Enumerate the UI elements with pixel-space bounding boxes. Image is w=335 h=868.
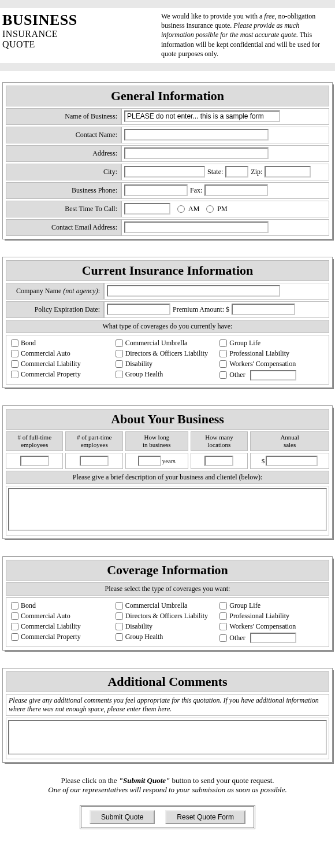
business-phone-input[interactable]: [124, 184, 188, 196]
city-input[interactable]: [124, 166, 205, 178]
wanted-coverage-item[interactable]: Bond: [11, 601, 116, 610]
address-input[interactable]: [124, 147, 269, 159]
current-coverage-item[interactable]: Group Health: [116, 370, 220, 379]
current-coverage-label: Bond: [21, 339, 36, 348]
pm-radio[interactable]: [206, 205, 214, 213]
current-coverage-checkbox[interactable]: [219, 339, 227, 347]
current-coverage-label: Commercial Umbrella: [125, 339, 188, 348]
wanted-coverage-checkbox[interactable]: [219, 602, 227, 610]
wanted-coverage-label: Commercial Property: [21, 633, 81, 641]
current-sub: What type of coverages do you currently …: [6, 320, 329, 333]
wanted-coverage-label: Group Health: [125, 633, 163, 641]
wanted-coverage-checkbox[interactable]: [219, 623, 227, 630]
label-policy-exp: Policy Expiration Date:: [6, 301, 104, 318]
current-coverage-label: Disability: [125, 360, 152, 368]
wanted-coverage-item[interactable]: Commercial Liability: [11, 622, 116, 631]
label-name-of-business: Name of Business:: [6, 108, 121, 125]
title-line-1: BUSINESS: [2, 12, 150, 29]
current-coverage-checkbox[interactable]: [116, 350, 123, 357]
wanted-coverage-checkbox[interactable]: [116, 602, 123, 610]
current-coverage-item[interactable]: Commercial Property: [11, 370, 116, 379]
current-coverage-checkbox[interactable]: [219, 350, 227, 357]
policy-exp-input[interactable]: [107, 304, 170, 315]
contact-name-input[interactable]: [124, 129, 269, 141]
wanted-coverage-checkbox[interactable]: [11, 623, 18, 630]
full-employees-input[interactable]: [20, 456, 49, 466]
company-name-input[interactable]: [107, 285, 280, 297]
wanted-coverage-label: Commercial Auto: [21, 612, 70, 620]
h-locations: How manylocations: [191, 431, 248, 451]
current-coverage-checkbox[interactable]: [116, 360, 123, 368]
label-contact-name: Contact Name:: [6, 127, 121, 143]
wanted-coverage-checkbox[interactable]: [116, 633, 123, 641]
am-radio[interactable]: [177, 205, 185, 213]
submit-quote-button[interactable]: Submit Quote: [90, 810, 155, 824]
sales-input[interactable]: [266, 456, 318, 466]
comments-textarea[interactable]: [8, 720, 327, 755]
coverage-sub: Please select the type of coverages you …: [6, 582, 329, 596]
wanted-coverage-checkbox[interactable]: [11, 633, 18, 641]
current-coverage-checkbox[interactable]: [11, 360, 18, 368]
label-company-name: Company Name (not agency):: [6, 283, 104, 300]
current-coverage-item[interactable]: Bond: [11, 339, 116, 348]
label-city: City:: [6, 164, 121, 180]
current-coverage-checkbox[interactable]: [11, 350, 18, 357]
zip-input[interactable]: [265, 166, 311, 178]
current-coverage-checkbox[interactable]: [11, 339, 18, 347]
wanted-coverage-label: Group Life: [229, 601, 260, 610]
current-section: Current Insurance Information Company Na…: [3, 257, 332, 387]
current-coverage-item[interactable]: Disability: [116, 360, 220, 368]
wanted-coverage-item[interactable]: Other: [219, 633, 324, 643]
fax-input[interactable]: [204, 184, 268, 196]
name-of-business-input[interactable]: [124, 110, 280, 122]
wanted-coverage-item[interactable]: Directors & Officers Liability: [116, 612, 220, 620]
locations-input[interactable]: [204, 456, 233, 466]
h-howlong: How longin business: [125, 431, 188, 451]
premium-input[interactable]: [232, 304, 295, 315]
current-coverage-label: Group Health: [125, 370, 163, 379]
current-coverage-item[interactable]: Professional Liability: [219, 349, 324, 358]
current-coverage-checkbox[interactable]: [219, 371, 227, 379]
current-coverage-item[interactable]: Group Life: [219, 339, 324, 348]
wanted-coverage-other-input[interactable]: [250, 633, 296, 643]
business-desc-textarea[interactable]: [8, 488, 327, 531]
current-coverage-item[interactable]: Workers' Compensation: [219, 360, 324, 368]
wanted-coverage-checkbox[interactable]: [116, 623, 123, 630]
wanted-coverage-item[interactable]: Disability: [116, 622, 220, 631]
current-coverage-item[interactable]: Directors & Officers Liability: [116, 349, 220, 358]
current-coverage-checkbox[interactable]: [11, 371, 18, 378]
current-coverage-item[interactable]: Other: [219, 370, 324, 381]
best-time-input[interactable]: [124, 203, 170, 215]
wanted-coverage-item[interactable]: Workers' Compensation: [219, 622, 324, 631]
wanted-coverage-checkbox[interactable]: [116, 612, 123, 620]
current-coverage-item[interactable]: Commercial Auto: [11, 349, 116, 358]
wanted-coverage-checkbox[interactable]: [219, 634, 227, 642]
wanted-coverage-item[interactable]: Commercial Auto: [11, 612, 116, 620]
wanted-coverage-item[interactable]: Group Health: [116, 633, 220, 641]
wanted-coverage-item[interactable]: Commercial Property: [11, 633, 116, 641]
current-coverage-label: Other: [229, 371, 245, 379]
wanted-coverage-item[interactable]: Commercial Umbrella: [116, 601, 220, 610]
state-input[interactable]: [225, 166, 248, 178]
wanted-coverage-item[interactable]: Group Life: [219, 601, 324, 610]
label-fax: Fax:: [190, 186, 202, 195]
current-coverage-checkbox[interactable]: [219, 360, 227, 368]
current-coverage-label: Commercial Property: [21, 370, 81, 379]
about-heading: About Your Business: [6, 409, 329, 430]
current-coverage-checkbox[interactable]: [116, 339, 123, 347]
part-employees-input[interactable]: [80, 456, 109, 466]
current-coverage-checkbox[interactable]: [116, 371, 123, 378]
current-coverage-other-input[interactable]: [250, 370, 296, 381]
wanted-coverage-checkbox[interactable]: [219, 612, 227, 620]
howlong-input[interactable]: [138, 456, 161, 466]
email-input[interactable]: [124, 221, 269, 233]
current-coverage-label: Commercial Liability: [21, 360, 81, 368]
wanted-coverage-item[interactable]: Professional Liability: [219, 612, 324, 620]
current-coverage-item[interactable]: Commercial Umbrella: [116, 339, 220, 348]
label-best-time: Best Time To Call:: [6, 201, 121, 217]
current-coverage-item[interactable]: Commercial Liability: [11, 360, 116, 368]
current-coverages: BondCommercial AutoCommercial LiabilityC…: [6, 335, 329, 385]
reset-quote-button[interactable]: Reset Quote Form: [165, 810, 245, 824]
wanted-coverage-checkbox[interactable]: [11, 602, 18, 610]
wanted-coverage-checkbox[interactable]: [11, 612, 18, 620]
